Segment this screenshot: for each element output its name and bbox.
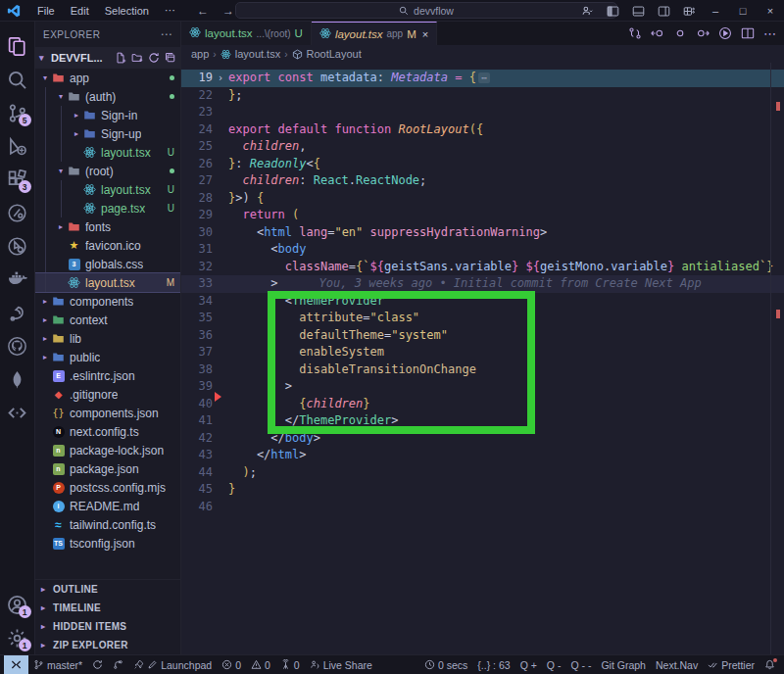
tree-item-globals.css[interactable]: 3globals.css — [35, 255, 180, 273]
tree-item-readme.md[interactable]: iREADME.md — [35, 497, 180, 515]
code-line-30[interactable]: 30 <html lang="en" suppressHydrationWarn… — [181, 224, 784, 242]
code-line-45[interactable]: 45} — [181, 481, 784, 499]
tree-item-favicon.ico[interactable]: ★favicon.ico — [35, 236, 180, 255]
status-live-share[interactable]: Live Share — [305, 655, 377, 674]
tree-item-fonts[interactable]: ▸fonts — [35, 217, 180, 236]
breadcrumb-symbol[interactable]: RootLayout — [307, 48, 362, 60]
code-line-44[interactable]: 44 ); — [181, 464, 784, 482]
tree-item-public[interactable]: ▸public — [35, 348, 180, 366]
code-line-39[interactable]: 39 > — [181, 378, 784, 396]
status-problems-errors[interactable]: 0 — [217, 655, 246, 674]
code-line-24[interactable]: 24export default function RootLayout({ — [181, 121, 784, 139]
close-tab-icon[interactable]: × — [422, 28, 428, 40]
tree-item-layout.tsx[interactable]: layout.tsxU — [35, 180, 180, 199]
close-button[interactable]: × — [757, 0, 784, 22]
project-root-row[interactable]: ▾ DEVVFL... — [35, 47, 180, 69]
code-line-32[interactable]: 32 className={`${geistSans.variable} ${g… — [181, 259, 784, 276]
activitybar-settings[interactable]: 1 — [3, 621, 32, 654]
menu-selection[interactable]: Selection — [97, 5, 157, 17]
code-line-27[interactable]: 27 children: React.ReactNode; — [181, 172, 784, 190]
overview-ruler[interactable] — [770, 63, 784, 654]
command-center[interactable]: devvflow — [235, 2, 617, 19]
activitybar-run-debug[interactable] — [3, 129, 32, 163]
activitybar-docker[interactable] — [3, 263, 32, 296]
status-ports[interactable]: 0 — [275, 655, 305, 674]
activitybar-search[interactable] — [3, 63, 32, 96]
status-symbol-count[interactable]: {..} : 63 — [472, 655, 514, 674]
toggle-secondary-sidebar-icon[interactable] — [651, 0, 676, 22]
status-timer[interactable]: 0 secs — [419, 655, 472, 674]
tree-item-page.tsx[interactable]: page.tsxU — [35, 199, 180, 217]
tree-item-tsconfig.json[interactable]: TStsconfig.json — [35, 534, 180, 553]
tab-layout-app[interactable]: layout.tsx app M × — [312, 22, 437, 45]
breadcrumb-app[interactable]: app — [191, 48, 209, 60]
menu-more[interactable]: ⋯ — [157, 4, 183, 17]
collapse-all-icon[interactable] — [165, 52, 176, 64]
code-line-46[interactable]: 46 — [181, 499, 784, 516]
status-notifications[interactable] — [760, 655, 780, 674]
section-outline[interactable]: ▸OUTLINE — [35, 580, 180, 599]
code-line-40[interactable]: 40 {children} — [181, 396, 784, 413]
code-line-28[interactable]: 28}>) { — [181, 190, 784, 208]
tree-item-layout.tsx[interactable]: layout.tsxM — [35, 273, 180, 292]
status-remote-indicator[interactable] — [4, 655, 28, 674]
status-launchpad[interactable]: Launchpad — [128, 655, 217, 674]
fold-chevron-icon[interactable]: › — [213, 70, 228, 87]
tree-item-.gitignore[interactable]: ◆.gitignore — [35, 385, 180, 404]
status-q-plus[interactable]: Q + — [515, 655, 542, 674]
tree-item-sign-up[interactable]: ▸Sign-up — [35, 124, 180, 143]
tree-item-app[interactable]: ▾app — [35, 69, 180, 87]
activitybar-code-brackets[interactable] — [3, 396, 32, 429]
activitybar-tool-circle[interactable] — [3, 196, 32, 229]
tree-item-tailwind.config.ts[interactable]: ≈tailwind.config.ts — [35, 515, 180, 534]
code-line-41[interactable]: 41 </ThemeProvider> — [181, 412, 784, 430]
activitybar-bird-extension[interactable] — [3, 296, 32, 329]
menu-edit[interactable]: Edit — [63, 5, 97, 17]
code-line-36[interactable]: 36 defaultTheme="system" — [181, 327, 784, 345]
tree-item-components.json[interactable]: {}components.json — [35, 404, 180, 422]
status-problems-warnings[interactable]: 0 — [246, 655, 275, 674]
tree-item-root[interactable]: ▾(root) — [35, 162, 180, 180]
code-line-25[interactable]: 25 children, — [181, 138, 784, 156]
explorer-more-icon[interactable]: ⋯ — [161, 27, 173, 41]
code-line-23[interactable]: 23 — [181, 104, 784, 121]
tab-layout-root[interactable]: layout.tsx ...\(root) U — [181, 22, 312, 45]
restore-button[interactable]: □ — [729, 0, 757, 22]
code-line-34[interactable]: 34 <ThemeProvider — [181, 293, 784, 311]
status-git-graph-status[interactable] — [108, 655, 128, 674]
code-line-38[interactable]: 38 disableTransitionOnChange — [181, 361, 784, 379]
tree-item-sign-in[interactable]: ▸Sign-in — [35, 106, 180, 124]
section-hidden-items[interactable]: ▸HIDDEN ITEMS — [35, 617, 180, 636]
tree-item-context[interactable]: ▸context — [35, 311, 180, 329]
code-line-22[interactable]: 22}; — [181, 87, 784, 105]
refresh-icon[interactable] — [148, 52, 160, 64]
status-git-graph[interactable]: Git Graph — [596, 655, 651, 674]
activitybar-preview-tool[interactable] — [3, 229, 32, 263]
code-line-26[interactable]: 26}: Readonly<{ — [181, 156, 784, 173]
code-editor[interactable]: 19›export const metadata: Metadata = {⋯2… — [181, 63, 784, 654]
status-next-nav[interactable]: Next.Nav — [651, 655, 703, 674]
tree-item-package.json[interactable]: npackage.json — [35, 459, 180, 478]
code-line-43[interactable]: 43 </html> — [181, 447, 784, 464]
activitybar-explorer[interactable] — [3, 29, 32, 63]
code-line-42[interactable]: 42 </body> — [181, 430, 784, 448]
new-folder-icon[interactable] — [131, 52, 143, 64]
tree-item-auth[interactable]: ▾(auth) — [35, 87, 180, 106]
toggle-panel-icon[interactable] — [625, 0, 651, 22]
tree-item-package-lock.json[interactable]: npackage-lock.json — [35, 441, 180, 459]
run-file-icon[interactable] — [718, 26, 732, 40]
more-actions-icon[interactable]: ⋯ — [763, 26, 776, 41]
section-timeline[interactable]: ▸TIMELINE — [35, 599, 180, 617]
tree-item-layout.tsx[interactable]: layout.tsxU — [35, 143, 180, 162]
new-file-icon[interactable] — [115, 52, 126, 64]
toggle-sidebar-icon[interactable] — [600, 0, 625, 22]
code-line-29[interactable]: 29 return ( — [181, 207, 784, 224]
status-git-sync[interactable] — [87, 655, 108, 674]
activitybar-extensions[interactable]: 3 — [3, 163, 32, 196]
compare-changes-icon[interactable] — [628, 26, 642, 40]
tree-item-components[interactable]: ▸components — [35, 292, 180, 311]
split-editor-icon[interactable] — [741, 26, 755, 40]
tree-item-.eslintrc.json[interactable]: E.eslintrc.json — [35, 366, 180, 385]
tree-item-next.config.ts[interactable]: Nnext.config.ts — [35, 422, 180, 441]
status-git-branch[interactable]: master* — [28, 655, 87, 674]
